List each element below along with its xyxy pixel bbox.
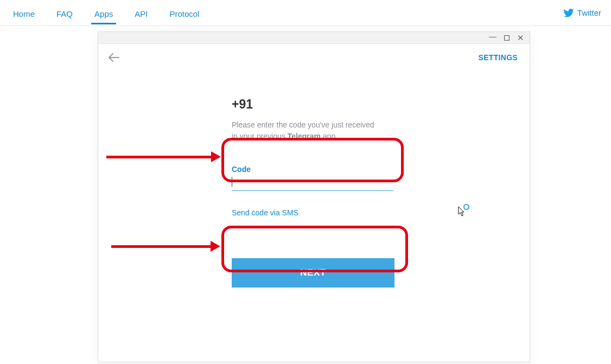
telegram-desktop-window: — ✕ SETTINGS +91 Please enter the code y… xyxy=(98,31,530,362)
back-button[interactable] xyxy=(108,53,120,62)
verification-form: +91 Please enter the code you've just re… xyxy=(232,97,400,288)
maximize-icon xyxy=(504,35,510,41)
window-maximize-button[interactable] xyxy=(504,34,510,42)
instruction-line-2-bold: Telegram xyxy=(288,132,321,141)
instruction-line-2-suffix: app. xyxy=(321,132,338,141)
instruction-line-2-prefix: in your previous xyxy=(232,132,288,141)
twitter-icon xyxy=(563,9,574,17)
window-titlebar: — ✕ xyxy=(98,32,530,44)
window-minimize-button[interactable]: — xyxy=(489,33,497,40)
instruction-line-1: Please enter the code you've just receiv… xyxy=(232,120,374,129)
site-top-nav: Home FAQ Apps API Protocol Twitter xyxy=(0,0,611,26)
nav-home[interactable]: Home xyxy=(10,2,38,24)
nav-protocol[interactable]: Protocol xyxy=(166,2,202,24)
nav-faq[interactable]: FAQ xyxy=(53,2,76,24)
nav-twitter[interactable]: Twitter xyxy=(563,8,601,17)
nav-api[interactable]: API xyxy=(131,2,151,24)
send-code-sms-link[interactable]: Send code via SMS xyxy=(232,208,400,217)
instruction-text: Please enter the code you've just receiv… xyxy=(232,119,400,142)
next-button[interactable]: NEXT xyxy=(232,258,394,288)
text-caret xyxy=(232,177,232,187)
code-input[interactable] xyxy=(232,175,393,191)
arrow-left-icon xyxy=(108,53,120,62)
svg-rect-0 xyxy=(505,35,510,40)
nav-apps[interactable]: Apps xyxy=(91,2,116,24)
app-header: SETTINGS xyxy=(98,44,530,71)
window-close-button[interactable]: ✕ xyxy=(517,34,524,42)
settings-link[interactable]: SETTINGS xyxy=(479,53,518,62)
code-input-label: Code xyxy=(232,165,400,174)
nav-twitter-label: Twitter xyxy=(577,8,601,17)
code-input-wrap xyxy=(232,175,400,191)
phone-number: +91 xyxy=(232,97,400,112)
